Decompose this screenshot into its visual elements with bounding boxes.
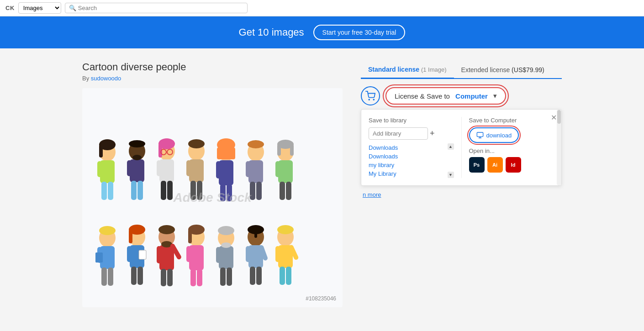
svg-rect-46 <box>250 182 255 200</box>
add-library-plus-icon[interactable]: + <box>430 129 435 138</box>
scrollbar-track <box>557 110 561 185</box>
svg-rect-12 <box>131 181 137 200</box>
asset-id: #108235046 <box>306 295 336 302</box>
svg-point-118 <box>373 99 374 100</box>
svg-rect-44 <box>246 161 250 177</box>
image-preview: Adobe Stock #108235046 <box>82 88 343 307</box>
license-save-arrow: ▾ <box>493 92 497 100</box>
svg-rect-71 <box>137 267 143 285</box>
svg-point-117 <box>369 99 370 100</box>
svg-rect-77 <box>157 246 161 263</box>
dropdown-inner: Save to library + Downloads Downloads my… <box>369 117 554 178</box>
svg-rect-38 <box>220 184 226 201</box>
list-item[interactable]: Downloads <box>369 143 444 152</box>
svg-rect-52 <box>288 161 293 177</box>
svg-point-64 <box>99 226 116 235</box>
svg-rect-2 <box>97 161 102 177</box>
illustrator-icon[interactable]: Ai <box>487 157 503 173</box>
svg-rect-30 <box>199 160 204 176</box>
cart-icon <box>361 86 380 105</box>
svg-rect-68 <box>127 246 132 262</box>
add-library-row: + <box>369 127 454 140</box>
search-bar: 🔍 <box>65 3 248 13</box>
indesign-icon[interactable]: Id <box>506 157 521 173</box>
author-link[interactable]: sudowoodo <box>91 75 121 82</box>
svg-rect-11 <box>140 160 144 176</box>
list-item[interactable]: Downloads <box>369 152 444 161</box>
save-library-label: Save to library <box>369 117 454 124</box>
scroll-up-button[interactable]: ▲ <box>448 143 454 150</box>
svg-rect-94 <box>216 247 221 263</box>
svg-rect-87 <box>199 246 204 262</box>
add-library-input[interactable] <box>369 127 428 140</box>
svg-point-48 <box>248 140 264 148</box>
scrollbar-thumb <box>557 110 561 124</box>
svg-rect-19 <box>169 160 174 176</box>
save-library-section: Save to library + Downloads Downloads my… <box>369 117 454 178</box>
svg-rect-102 <box>246 246 250 262</box>
svg-rect-57 <box>290 144 294 156</box>
download-button[interactable]: download <box>469 127 519 143</box>
svg-point-81 <box>158 225 175 234</box>
svg-rect-21 <box>167 181 173 200</box>
svg-rect-10 <box>127 160 132 176</box>
tab-extended-license[interactable]: Extended license (US$79.99) <box>454 61 552 78</box>
svg-rect-96 <box>220 268 226 286</box>
svg-rect-32 <box>197 181 202 200</box>
library-list: Downloads Downloads my library My Librar… <box>369 143 444 178</box>
license-panel: Standard license (1 Image) Extended lice… <box>361 61 562 321</box>
brand-logo: CK <box>5 5 15 11</box>
svg-rect-88 <box>190 269 196 286</box>
svg-rect-65 <box>95 252 103 263</box>
svg-rect-51 <box>275 161 280 177</box>
svg-rect-53 <box>280 182 285 200</box>
learn-more-link[interactable]: n more <box>363 191 381 198</box>
search-input[interactable] <box>78 5 243 11</box>
author-prefix: By <box>82 75 89 82</box>
svg-rect-13 <box>137 181 143 200</box>
svg-rect-113 <box>280 267 285 285</box>
svg-rect-29 <box>186 160 191 176</box>
svg-rect-37 <box>229 161 233 179</box>
svg-rect-105 <box>256 267 262 285</box>
category-select[interactable]: Images Videos Templates <box>18 2 61 14</box>
svg-rect-89 <box>197 269 202 286</box>
svg-rect-62 <box>101 268 107 286</box>
library-list-scroll[interactable]: Downloads Downloads my library My Librar… <box>369 143 444 178</box>
svg-point-33 <box>188 139 205 148</box>
license-tabs: Standard license (1 Image) Extended lice… <box>361 61 562 79</box>
svg-rect-47 <box>256 182 262 200</box>
list-item[interactable]: my library <box>369 161 444 169</box>
svg-point-15 <box>129 140 145 147</box>
photoshop-icon[interactable]: Ps <box>469 157 485 173</box>
image-author: By sudowoodo <box>82 75 343 82</box>
svg-rect-97 <box>227 268 232 286</box>
svg-rect-119 <box>477 132 483 137</box>
svg-rect-54 <box>286 182 291 200</box>
svg-point-99 <box>221 242 231 248</box>
license-save-prefix: License & Save to <box>395 92 450 100</box>
trial-cta-button[interactable]: Start your free 30-day trial <box>313 25 406 40</box>
svg-rect-41 <box>217 147 235 159</box>
svg-rect-63 <box>108 268 113 286</box>
svg-point-115 <box>277 225 294 234</box>
svg-rect-3 <box>110 161 115 177</box>
svg-rect-114 <box>286 267 291 285</box>
svg-rect-86 <box>186 246 191 262</box>
open-in-apps: Ps Ai Id <box>469 157 554 173</box>
svg-rect-104 <box>250 267 255 285</box>
svg-rect-91 <box>188 230 192 243</box>
promo-banner: Get 10 images Start your free 30-day tri… <box>0 16 644 48</box>
svg-rect-56 <box>277 144 281 156</box>
svg-rect-4 <box>101 182 107 200</box>
scroll-down-button[interactable]: ▼ <box>448 172 454 178</box>
scroll-controls: ▲ ▼ <box>448 143 454 178</box>
svg-rect-31 <box>190 181 196 200</box>
tab-standard-license[interactable]: Standard license (1 Image) <box>361 61 454 79</box>
banner-text: Get 10 images <box>239 26 304 38</box>
license-save-button[interactable]: License & Save to Computer ▾ <box>385 87 506 105</box>
dropdown-close-button[interactable]: ✕ <box>551 113 557 122</box>
library-list-container: Downloads Downloads my library My Librar… <box>369 143 454 178</box>
list-item[interactable]: My Library <box>369 169 444 178</box>
save-computer-section: Save to Computer download Open in... Ps … <box>461 117 554 178</box>
